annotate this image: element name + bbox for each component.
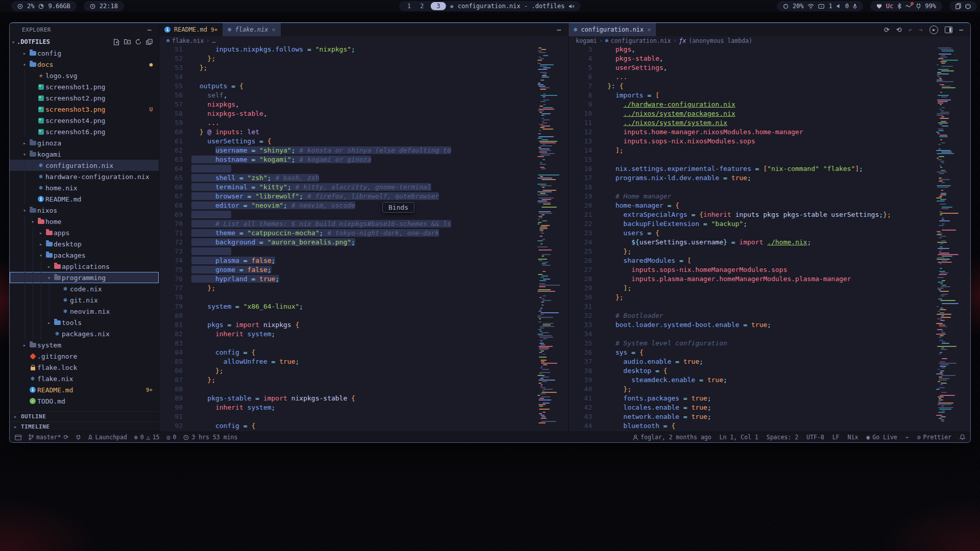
code-line-87[interactable]: 87 }; — [159, 375, 534, 385]
code-line-30[interactable]: 30 }; — [569, 293, 933, 302]
breadcrumb-symbol[interactable]: … — [212, 37, 215, 44]
editor-more-actions-icon[interactable]: ⋯ — [959, 26, 963, 34]
tree-item-apps[interactable]: ▸apps — [10, 227, 159, 238]
workspace-3-active[interactable]: 3 — [431, 2, 446, 10]
code-line-3[interactable]: 3 pkgs, — [569, 45, 933, 54]
code-line-51[interactable]: 51 inputs.nixpkgs.follows = "nixpkgs"; — [159, 45, 534, 54]
code-line-79[interactable]: 79 system = "x86_64-linux"; — [159, 302, 534, 311]
workspace-2[interactable]: 2 — [418, 3, 426, 10]
code-line-85[interactable]: 85 allowUnfree = true; — [159, 357, 534, 366]
code-line-86[interactable]: 86 }; — [159, 366, 534, 375]
tree-item-readme-md[interactable]: iREADME.md9+ — [10, 384, 159, 395]
tree-item-neovim-nix[interactable]: ❄neovim.nix — [10, 306, 159, 317]
tab-readme[interactable]: i README.md 9+ — [159, 23, 223, 36]
code-line-62[interactable]: 62 username = "shinya"; # konsta or shin… — [159, 146, 534, 155]
code-line-38[interactable]: 38 desktop = { — [569, 366, 933, 375]
open-changes-icon[interactable]: ⟳ — [884, 26, 890, 34]
tree-item-home[interactable]: ▾home — [10, 216, 159, 227]
go-live-item[interactable]: ◉Go Live — [866, 434, 897, 441]
code-line-65[interactable]: 65 shell = "zsh"; # bash, zsh — [159, 173, 534, 183]
tree-item-config[interactable]: ▸config — [10, 47, 159, 59]
split-editor-icon[interactable] — [945, 27, 952, 33]
notifications-bell-icon[interactable] — [960, 434, 965, 440]
code-line-63[interactable]: 63 hostname = "kogami"; # kogami or gino… — [159, 155, 534, 164]
breadcrumb-left[interactable]: ❄ flake.nix › … — [159, 36, 568, 45]
code-line-34[interactable]: 34 — [569, 330, 933, 339]
wakatime-item[interactable]: 3 hrs 53 mins — [183, 434, 237, 441]
breadcrumb-symbol[interactable]: (anonymous lambda) — [689, 37, 752, 44]
code-line-60[interactable]: 60 } @ inputs: let — [159, 128, 534, 137]
tree-item-screenshot6-png[interactable]: screenshot6.png — [10, 126, 159, 137]
code-line-70[interactable]: 70 # List all themes: $ nix build nixpkg… — [159, 219, 534, 229]
tree-item-packages-nix[interactable]: ❄packages.nix — [10, 328, 159, 339]
code-line-92[interactable]: 92 config = { — [159, 421, 534, 431]
code-line-61[interactable]: 61 userSettings = { — [159, 137, 534, 146]
code-line-52[interactable]: 52 }; — [159, 54, 534, 63]
code-line-12[interactable]: 12 inputs.home-manager.nixosModules.home… — [569, 128, 933, 137]
code-line-83[interactable]: 83 — [159, 339, 534, 348]
plug-icon[interactable] — [76, 435, 81, 440]
tree-root-dotfiles[interactable]: ▾ .DOTFILES — [10, 36, 159, 47]
clipboard-icon[interactable] — [955, 3, 961, 9]
code-line-58[interactable]: 58 nixpkgs-stable, — [159, 109, 534, 118]
code-line-9[interactable]: 9 ./hardware-configuration.nix — [569, 100, 933, 109]
code-line-76[interactable]: 76 hyprland = true; — [159, 274, 534, 284]
recording-indicator-icon[interactable] — [905, 4, 912, 8]
code-line-53[interactable]: 53 }; — [159, 63, 534, 72]
editor-more-actions-icon[interactable]: ⋯ — [557, 26, 561, 34]
power-icon[interactable] — [965, 3, 971, 9]
code-line-16[interactable]: 16 nix.settings.experimental-features = … — [569, 164, 933, 173]
wifi-icon[interactable] — [807, 4, 814, 9]
tree-item-desktop[interactable]: ▸desktop — [10, 238, 159, 249]
code-line-26[interactable]: 26 sharedModules = [ — [569, 256, 933, 265]
tree-item-screenshot1-png[interactable]: screenshot1.png — [10, 81, 159, 92]
code-editor-flake[interactable]: 51 inputs.nixpkgs.follows = "nixpkgs";52… — [159, 45, 534, 432]
code-line-77[interactable]: 77 }; — [159, 284, 534, 293]
code-line-82[interactable]: 82 inherit system; — [159, 330, 534, 339]
timeline-section[interactable]: ▸TIMELINE — [10, 421, 159, 432]
code-line-35[interactable]: 35 # System level configuration — [569, 339, 933, 348]
volume-icon[interactable] — [837, 4, 841, 9]
microphone-icon[interactable] — [853, 4, 857, 9]
code-line-37[interactable]: 37 audio.enable = true; — [569, 357, 933, 366]
tree-item-screenshot2-png[interactable]: screenshot2.png — [10, 92, 159, 104]
launchpad-item[interactable]: Launchpad — [88, 434, 127, 441]
code-line-42[interactable]: 42 locales.enable = true; — [569, 403, 933, 412]
code-line-31[interactable]: 31 — [569, 302, 933, 311]
breadcrumb-right[interactable]: kogami › ❄ configuration.nix › ƒx (anony… — [569, 36, 970, 45]
code-line-69[interactable]: 69 — [159, 210, 534, 219]
compare-icon[interactable]: ⟲ — [896, 26, 902, 34]
code-line-39[interactable]: 39 steamdeck.enable = true; — [569, 375, 933, 385]
code-line-90[interactable]: 90 inherit system; — [159, 403, 534, 412]
tree-item-tools[interactable]: ▸tools — [10, 317, 159, 328]
code-line-27[interactable]: 27 inputs.sops-nix.homeManagerModules.so… — [569, 265, 933, 274]
next-change-icon[interactable]: ↷ — [919, 26, 923, 34]
code-line-21[interactable]: 21 extraSpecialArgs = {inherit inputs pk… — [569, 210, 933, 219]
tab-flake-nix[interactable]: ❄ flake.nix ✕ — [223, 23, 281, 36]
cursor-position-item[interactable]: Ln 1, Col 1 — [720, 434, 758, 441]
close-icon[interactable]: ✕ — [272, 26, 276, 33]
problems-item[interactable]: ⊗0 △15 — [134, 434, 160, 441]
tree-item-code-nix[interactable]: ❄code.nix — [10, 283, 159, 294]
tree-item-nixos[interactable]: ▾nixos — [10, 205, 159, 216]
code-line-56[interactable]: 56 self, — [159, 91, 534, 100]
code-line-80[interactable]: 80 — [159, 311, 534, 320]
code-line-91[interactable]: 91 — [159, 412, 534, 421]
code-line-28[interactable]: 28 inputs.plasma-manager.homeManagerModu… — [569, 274, 933, 284]
code-line-78[interactable]: 78 — [159, 293, 534, 302]
breadcrumb-file[interactable]: flake.nix — [172, 37, 204, 44]
code-line-5[interactable]: 5 userSettings, — [569, 63, 933, 72]
bluetooth-icon[interactable] — [897, 3, 901, 9]
code-line-73[interactable]: 73 — [159, 247, 534, 256]
tree-item-applications[interactable]: ▸applications — [10, 261, 159, 272]
code-line-84[interactable]: 84 config = { — [159, 348, 534, 357]
code-line-18[interactable]: 18 — [569, 183, 933, 192]
code-line-75[interactable]: 75 gnome = false; — [159, 265, 534, 274]
code-line-43[interactable]: 43 network.enable = true; — [569, 412, 933, 421]
git-blame-item[interactable]: foglar, 2 months ago — [633, 434, 711, 441]
code-line-40[interactable]: 40 }; — [569, 385, 933, 394]
sync-icon[interactable]: ⟳ — [63, 434, 68, 441]
tree-item-todo-md[interactable]: ✓TODO.md — [10, 395, 159, 407]
code-line-15[interactable]: 15 — [569, 155, 933, 164]
code-line-14[interactable]: 14 ]; — [569, 146, 933, 155]
